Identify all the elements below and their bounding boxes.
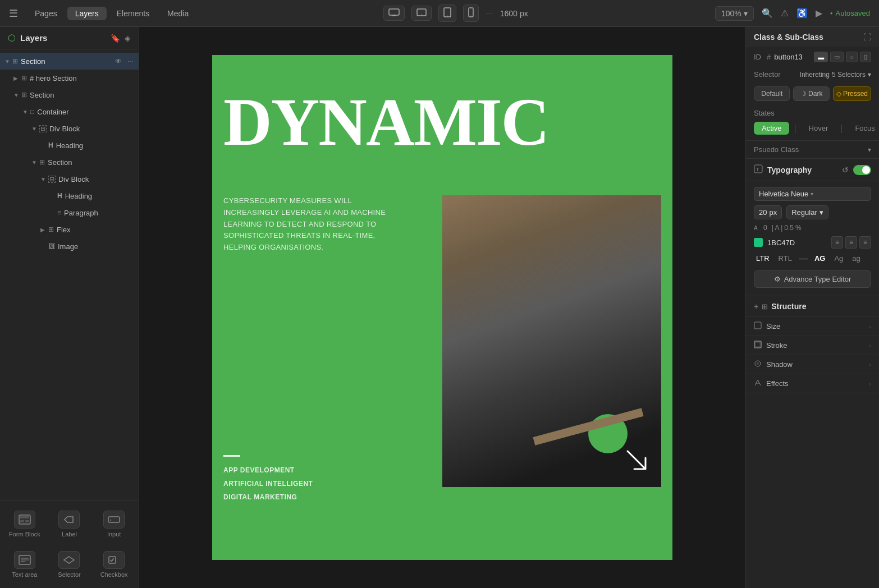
layer-item[interactable]: ▼ □ Container [0,103,139,120]
align-center-btn[interactable]: ≡ [845,236,857,249]
ltr-btn[interactable]: LTR [754,253,772,264]
layer-arrow[interactable]: ▼ [31,159,39,166]
text-area-icon [14,551,35,569]
font-family-select[interactable]: Helvetica Neue ▾ [754,187,871,201]
media-tab[interactable]: Media [159,7,196,20]
align-right-btn[interactable]: ≡ [859,236,871,249]
svg-rect-11 [108,517,120,522]
text-area-tool[interactable]: Text area [4,546,45,582]
accessibility-icon[interactable]: ♿ [796,8,808,19]
selector-tool[interactable]: Selector [49,546,90,582]
canvas-image-bg [442,195,661,487]
rtl-btn[interactable]: RTL [776,253,794,264]
color-swatch[interactable] [754,238,763,247]
svg-point-2 [422,15,423,16]
layers-panel-header: ⬡ Layers 🔖 ◈ [0,27,139,49]
font-family-row: Helvetica Neue ▾ [754,187,871,201]
font-size-weight-row: 20 px Regular ▾ [754,205,871,219]
layer-name: Container [37,108,134,116]
structure-icon: + [754,302,758,311]
dark-state-btn[interactable]: ☽ Dark [793,86,829,101]
layer-item[interactable]: ▼ ⊞ Section [0,86,139,103]
checkbox-tool[interactable]: Checkbox [94,546,134,582]
layer-item[interactable]: ▼ ⊞ Section [0,154,139,171]
shape-circle-btn[interactable]: ○ [846,52,858,62]
viewport-mobile-btn[interactable] [463,4,479,22]
stroke-row[interactable]: Stroke › [746,336,879,355]
input-tool[interactable]: Input [94,506,134,542]
align-left-btn[interactable]: ≡ [831,236,843,249]
layer-item[interactable]: ▼ ⊟ Div Block [0,171,139,187]
label-tool[interactable]: Label [49,506,90,542]
color-hex-value[interactable]: 1BC47D [767,238,827,247]
id-value[interactable]: button13 [774,53,811,61]
form-block-tool[interactable]: Form Block [4,506,45,542]
hover-state-tab[interactable]: Hover [801,122,836,135]
font-weight-select[interactable]: Regular ▾ [786,205,828,219]
layer-item[interactable]: ▶ H Heading [0,187,139,204]
typography-toggle[interactable] [853,165,871,175]
layer-arrow[interactable]: ▼ [22,109,30,115]
layer-item[interactable]: ▶ 🖼 Image [0,238,139,255]
layer-item[interactable]: ▼ ⊟ Div Block [0,120,139,137]
play-icon[interactable]: ▶ [816,8,822,19]
advance-type-editor-btn[interactable]: ⚙ Advance Type Editor [754,270,871,288]
tracking-value: 0 [763,224,767,232]
structure-title: Structure [771,302,871,311]
layer-arrow[interactable]: ▼ [13,92,21,98]
viewport-tablet-h-btn[interactable] [411,6,432,21]
selector-value[interactable]: Inhereting 5 Selectors ▾ [800,71,871,79]
focus-state-tab[interactable]: Focus [847,122,879,135]
layer-more-btn[interactable]: ··· [126,57,134,65]
layers-diamond-icon[interactable]: ◈ [125,34,131,43]
pages-tab[interactable]: Pages [27,7,65,20]
shape-rect-btn[interactable]: ▬ [814,52,828,62]
active-state-tab[interactable]: Active [754,122,789,135]
layer-item[interactable]: ▶ H Heading [0,137,139,154]
layer-name: Image [58,242,134,251]
layer-tree: ▼ ⊞ Section 👁 ··· ▶ ⊞ # hero Section ▼ ⊞… [0,49,139,500]
layer-item[interactable]: ▼ ⊞ Section 👁 ··· [0,53,139,70]
case-upper-btn[interactable]: AG [812,253,828,264]
canvas-frame: DYNAMIC CYBERSECURITY MEASURES WILL INCR… [212,55,672,560]
layer-arrow[interactable]: ▼ [40,176,48,182]
typography-reset-icon[interactable]: ↺ [842,166,849,174]
zoom-arrow: ▾ [744,9,748,18]
layer-eye-btn[interactable]: 👁 [114,57,123,65]
layer-name: Heading [65,192,134,200]
layer-item[interactable]: ▶ ≡ Paragraph [0,204,139,221]
effects-label: Effects [766,379,869,388]
pressed-state-btn[interactable]: ◇ Pressed [833,86,871,101]
canvas-area[interactable]: DYNAMIC CYBERSECURITY MEASURES WILL INCR… [139,27,745,588]
shadow-row[interactable]: Shadow › [746,355,879,374]
shape-rounded-btn[interactable]: ▭ [830,52,844,62]
default-state-btn[interactable]: Default [754,86,790,101]
layer-arrow[interactable]: ▶ [13,75,21,81]
layer-item[interactable]: ▶ ⊞ # hero Section [0,70,139,86]
layers-tab[interactable]: Layers [67,7,107,20]
effects-row[interactable]: Effects › [746,374,879,393]
font-size-input[interactable]: 20 px [754,205,782,219]
bookmark-icon[interactable]: 🔖 [111,34,120,43]
layer-item[interactable]: ▶ ⊞ Flex [0,221,139,238]
case-lower-btn[interactable]: ag [850,253,862,264]
case-title-btn[interactable]: Ag [832,253,845,264]
viewport-desktop-btn[interactable] [383,6,405,21]
expand-icon[interactable]: ⛶ [863,33,871,42]
zoom-control[interactable]: 100% ▾ [715,6,754,21]
viewport-tablet-v-btn[interactable] [438,4,456,22]
warning-icon[interactable]: ⚠ [781,8,789,19]
shape-mobile-btn[interactable]: ▯ [860,52,871,62]
topbar-right: 100% ▾ 🔍 ⚠ ♿ ▶ ● Autosaved [715,6,870,21]
menu-icon[interactable]: ☰ [9,7,18,20]
size-row[interactable]: Size › [746,316,879,336]
layer-arrow[interactable]: ▼ [31,126,39,132]
search-icon[interactable]: 🔍 [762,8,773,19]
structure-header[interactable]: + ⊞ Structure [746,296,879,316]
pseudo-class-row[interactable]: Psuedo Class ▾ [746,140,879,158]
layer-arrow[interactable]: ▶ [40,227,48,233]
layer-arrow[interactable]: ▼ [4,58,12,65]
dash-separator: — [799,254,808,264]
elements-tab[interactable]: Elements [109,7,157,20]
states-label: States [746,105,879,120]
